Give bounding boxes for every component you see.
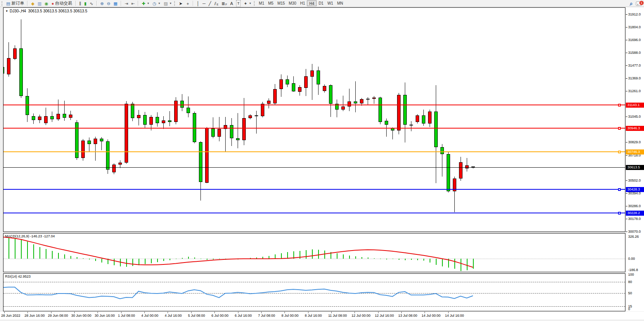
text-label-icon[interactable]: T	[235, 0, 242, 7]
notifications-icon[interactable]: 1	[636, 2, 642, 6]
autotrading-button[interactable]: ●自动交易	[50, 0, 74, 7]
price-tick-label: 31804.0	[628, 25, 641, 29]
chart-shift-icon[interactable]: ⇤	[130, 0, 136, 7]
candle	[143, 115, 147, 125]
time-label: 8 Jul 00:00	[281, 314, 298, 318]
macd-scale-label: 326.26	[628, 235, 639, 239]
pivot-line[interactable]	[3, 151, 625, 152]
candle-wick	[368, 97, 368, 105]
resistance-line-1[interactable]	[3, 105, 625, 105]
timeframe-button-d1[interactable]: D1	[317, 0, 325, 6]
timeframe-button-m5[interactable]: M5	[266, 0, 276, 6]
vertical-line-icon[interactable]: │	[195, 0, 201, 7]
time-tick	[425, 312, 425, 313]
channel-icon: ⫽	[214, 0, 216, 7]
bar-chart-icon[interactable]: ⫼	[78, 0, 83, 7]
market-watch-icon: ◆	[31, 0, 34, 7]
timeframe-button-w1[interactable]: W1	[325, 0, 335, 6]
time-label: 11 Jul 08:00	[328, 314, 347, 318]
candle	[81, 141, 85, 158]
current-price-line[interactable]	[3, 167, 625, 168]
market-watch-icon[interactable]: ◆	[29, 0, 36, 7]
price-tag-30746.3: 30746.3	[626, 149, 644, 154]
time-tick	[214, 312, 215, 313]
price-tag-31143.1: 31143.1	[626, 103, 644, 108]
pivot-line-marker[interactable]	[618, 151, 621, 153]
trendline-icon[interactable]: ╱	[207, 0, 213, 7]
toolbar-separator	[193, 1, 194, 6]
chart-dropdown-icon[interactable]: ▼	[5, 10, 8, 12]
time-tick	[401, 312, 402, 313]
indicators-icon[interactable]: ✚▼	[140, 0, 151, 7]
line-chart-icon[interactable]: ∿	[88, 0, 95, 7]
candle-wick	[355, 81, 356, 112]
timeframe-button-m30[interactable]: M30	[287, 0, 298, 6]
timeframe-button-m1[interactable]: M1	[257, 0, 266, 6]
candle	[19, 48, 23, 96]
candle	[100, 139, 103, 141]
chart-symbol-label: DJ30-,H4	[10, 9, 26, 13]
timeframe-button-m15[interactable]: M15	[276, 0, 287, 6]
dropdown-arrow-icon[interactable]: ▼	[158, 2, 161, 5]
trendline-icon: ╱	[209, 0, 211, 7]
candle-wick	[64, 101, 65, 121]
time-label: 28 Jun 16:00	[24, 314, 45, 318]
auto-scroll-icon[interactable]: ⇥	[123, 0, 130, 7]
resistance-line-2-marker[interactable]	[618, 127, 621, 130]
time-tick	[4, 312, 5, 313]
candle	[354, 101, 357, 103]
zoom-in-icon[interactable]: ⊕	[99, 0, 105, 7]
horizontal-line-icon[interactable]: ─	[201, 0, 207, 7]
timeframe-button-mn[interactable]: MN	[335, 0, 345, 6]
channel-icon[interactable]: ⫽E	[213, 0, 220, 7]
support-line-1-marker[interactable]	[618, 188, 621, 191]
support-line-1[interactable]	[3, 189, 625, 190]
dropdown-arrow-icon[interactable]: ▼	[169, 2, 172, 5]
dropdown-arrow-icon[interactable]: ▼	[147, 2, 149, 5]
resistance-line-1-marker[interactable]	[618, 104, 621, 106]
search-icon[interactable]: ⌕	[630, 0, 633, 7]
candle	[310, 70, 314, 77]
horizontal-line-icon: ─	[202, 0, 206, 7]
toolbar: ▤新订单◆▥◉●自动交易⫼▮∿⊕⊖▦⇥⇤✚▼◷▼▨▼➤＋│─╱⫽E≣FAT✦▼M…	[0, 0, 644, 7]
new-order-button[interactable]: ▤新订单	[5, 0, 26, 7]
templates-icon[interactable]: ▨▼	[162, 0, 173, 7]
zoom-out-icon[interactable]: ⊖	[105, 0, 112, 7]
candle-wick	[411, 121, 411, 131]
fibonacci-icon: ≣	[221, 0, 225, 7]
signals-icon[interactable]: ◉	[43, 0, 50, 7]
price-tag-30228.2: 30228.2	[626, 211, 644, 216]
support-line-2-marker[interactable]	[618, 212, 621, 215]
candle	[112, 165, 116, 172]
crosshair-icon[interactable]: ＋	[184, 0, 191, 7]
resistance-line-2[interactable]	[3, 128, 625, 129]
timeframe-button-h4[interactable]: H4	[307, 0, 317, 6]
time-tick	[144, 312, 145, 313]
bar-chart-icon: ⫼	[79, 0, 81, 7]
candle	[118, 163, 122, 165]
zoom-out-icon: ⊖	[107, 0, 110, 7]
candle	[341, 106, 345, 110]
time-label: 6 Jul 16:00	[235, 314, 252, 318]
candle	[261, 104, 264, 116]
periods-icon[interactable]: ◷▼	[151, 0, 162, 7]
fibonacci-icon[interactable]: ≣F	[220, 0, 229, 7]
candle	[292, 83, 295, 91]
candlestick-chart-icon[interactable]: ▮	[83, 0, 88, 7]
timeframe-button-h1[interactable]: H1	[298, 0, 307, 6]
chart-window-icon[interactable]: ▥	[36, 0, 43, 7]
price-tick	[626, 219, 627, 219]
dropdown-arrow-icon[interactable]: ▼	[249, 2, 252, 5]
support-line-2[interactable]	[3, 213, 625, 213]
price-tick-label: 31261.0	[628, 89, 641, 93]
shapes-icon[interactable]: ✦▼	[242, 0, 253, 7]
candle	[162, 120, 165, 123]
price-tick-label: 31696.0	[628, 38, 641, 42]
cursor-icon[interactable]: ➤	[177, 0, 184, 7]
tile-windows-icon[interactable]: ▦	[112, 0, 119, 7]
zoom-in-icon: ⊕	[100, 0, 104, 7]
text-icon[interactable]: A	[229, 0, 235, 7]
price-axis[interactable]: 31143.130946.330746.330613.530428.330228…	[626, 7, 644, 311]
time-axis[interactable]: 28 Jun 202228 Jun 16:0029 Jun 08:0030 Ju…	[0, 312, 644, 319]
candle	[156, 117, 159, 123]
